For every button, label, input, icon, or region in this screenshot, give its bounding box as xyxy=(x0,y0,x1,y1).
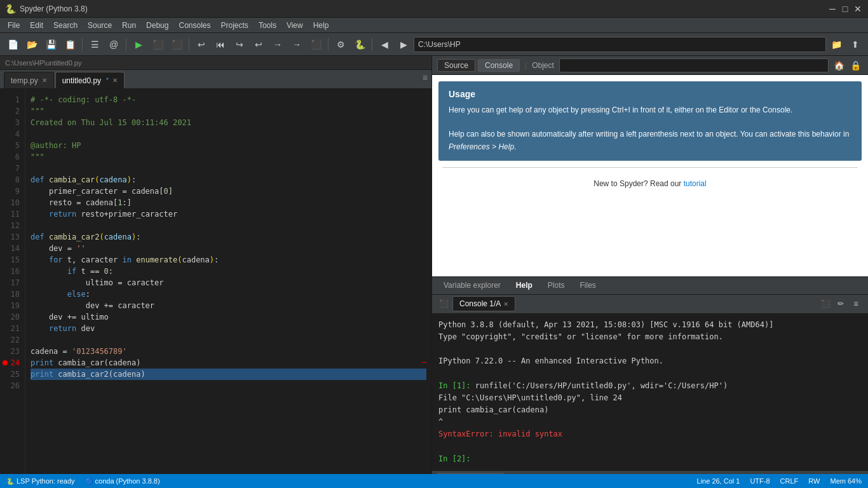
status-right: Line 26, Col 1 UTF-8 CRLF RW Mem 64% xyxy=(697,477,862,485)
run-button[interactable]: ▶ xyxy=(130,36,147,53)
menu-consoles[interactable]: Consoles xyxy=(173,20,215,31)
menu-source[interactable]: Source xyxy=(83,20,117,31)
app-title: Spyder (Python 3.8) xyxy=(20,4,88,13)
line-num-1: 1 xyxy=(0,94,25,105)
help-toolbar: Source Console | Object 🏠 🔒 xyxy=(432,56,868,75)
console-tab-close[interactable]: ✕ xyxy=(503,301,508,308)
lsp-status: 🐍 LSP Python: ready xyxy=(6,477,75,485)
console-menu-button[interactable]: ≡ xyxy=(849,297,863,311)
line-num-19: 19 xyxy=(0,300,25,311)
console-button[interactable]: Console xyxy=(478,59,520,72)
menu-view[interactable]: View xyxy=(281,20,308,31)
code-line-7 xyxy=(31,163,426,174)
editor-tab-untitled-close[interactable]: ✕ xyxy=(112,77,118,84)
line-num-6: 6 xyxy=(0,151,25,163)
at-button[interactable]: @ xyxy=(105,36,123,53)
tutorial-link[interactable]: tutorial xyxy=(684,179,707,188)
editor-tab-untitled[interactable]: untitled0.py * ✕ xyxy=(55,72,125,88)
first-button[interactable]: ⏮ xyxy=(212,36,229,53)
console-line-6: In [1]: runfile('C:/Users/HP/untitled0.p… xyxy=(438,380,862,392)
help-sep: | xyxy=(525,61,527,70)
separator-5 xyxy=(372,38,372,51)
menu-file[interactable]: File xyxy=(3,20,25,31)
step-over-button[interactable]: ↩ xyxy=(250,36,268,53)
files-tab[interactable]: Files xyxy=(574,278,602,292)
menu-bar: FileEditSearchSourceRunDebugConsolesProj… xyxy=(0,18,868,33)
run-selection-button[interactable]: ⬛ xyxy=(149,36,166,53)
step-into-button[interactable]: ↪ xyxy=(231,36,248,53)
menu-tools[interactable]: Tools xyxy=(254,20,281,31)
lsp-status-text: LSP Python: ready xyxy=(17,477,75,485)
object-label: Object xyxy=(532,61,554,70)
maximize-button[interactable]: □ xyxy=(840,4,850,14)
new-file-button[interactable]: 📄 xyxy=(4,36,22,53)
source-button[interactable]: Source xyxy=(437,59,475,72)
code-editor[interactable]: # -*- coding: utf-8 -*- """ Created on T… xyxy=(25,89,431,488)
help-action-buttons: 🏠 🔒 xyxy=(831,58,863,73)
code-line-24: print cambia_car(cadena)─ xyxy=(31,357,426,369)
line-num-2: 2 xyxy=(0,105,25,117)
line-num-14: 14 xyxy=(0,243,25,254)
plots-tab[interactable]: Plots xyxy=(541,278,571,292)
line-num-15: 15 xyxy=(0,254,25,266)
variable-explorer-tab[interactable]: Variable explorer xyxy=(437,278,507,292)
console-edit-button[interactable]: ✏ xyxy=(834,297,848,311)
spyder-settings-button[interactable]: ⚙ xyxy=(332,36,349,53)
menu-help[interactable]: Help xyxy=(308,20,334,31)
toolbar: 📄 📂 💾 📋 ☰ @ ▶ ⬛ ⬛ ↩ ⏮ ↪ ↩ → → ⬛ ⚙ 🐍 ◀ ▶ … xyxy=(0,33,868,56)
navigate-up-button[interactable]: ⬆ xyxy=(846,36,864,53)
stop-button[interactable]: ⬛ xyxy=(168,36,186,53)
stop-debug-button[interactable]: ⬛ xyxy=(307,36,325,53)
line-numbers: 1 2 3 4 5 6 7 8 9 10 11 12 13 14 15 16 1… xyxy=(0,89,25,488)
browse-button[interactable]: 📁 xyxy=(827,36,845,53)
modified-indicator: * xyxy=(106,77,109,84)
console-tab-bar: ⬛ Console 1/A ✕ ⬛ ✏ ≡ xyxy=(432,295,868,314)
line-num-16: 16 xyxy=(0,266,25,277)
editor-tab-temp-close[interactable]: ✕ xyxy=(42,77,47,84)
conda-status: 🔵 conda (Python 3.8.8) xyxy=(85,477,160,485)
separator-2 xyxy=(126,38,126,51)
console-output[interactable]: Python 3.8.8 (default, Apr 13 2021, 15:0… xyxy=(432,314,868,470)
code-line-9: primer_caracter = cadena[0] xyxy=(31,186,426,197)
line-num-26: 26 xyxy=(0,380,25,391)
object-input[interactable] xyxy=(559,58,829,72)
outline-button[interactable]: ☰ xyxy=(86,36,104,53)
nav-forward-button[interactable]: ▶ xyxy=(395,36,412,53)
tabs-menu-button[interactable]: ≡ xyxy=(423,72,428,83)
menu-search[interactable]: Search xyxy=(48,20,83,31)
continue-button[interactable]: → xyxy=(288,36,306,53)
console-line-2: Type "copyright", "credits" or "license"… xyxy=(438,331,862,343)
menu-debug[interactable]: Debug xyxy=(141,20,173,31)
close-button[interactable]: ✕ xyxy=(853,4,863,14)
save-all-button[interactable]: 📋 xyxy=(61,36,79,53)
editor-tab-bar: temp.py ✕ untitled0.py * ✕ ≡ xyxy=(0,70,431,89)
step-out-button[interactable]: → xyxy=(269,36,287,53)
console-undock-button[interactable]: ⬛ xyxy=(437,297,450,310)
help-tab[interactable]: Help xyxy=(510,278,539,292)
address-input[interactable] xyxy=(414,37,826,52)
code-line-8: def cambia_car(cadena): xyxy=(31,174,426,186)
lock-button[interactable]: 🔒 xyxy=(848,58,863,73)
rw-status: RW xyxy=(808,477,820,485)
console-1a-tab[interactable]: Console 1/A ✕ xyxy=(452,296,515,311)
menu-edit[interactable]: Edit xyxy=(25,20,48,31)
code-line-15: for t, caracter in enumerate(cadena): xyxy=(31,254,426,266)
line-num-21: 21 xyxy=(0,323,25,334)
editor-tab-temp[interactable]: temp.py ✕ xyxy=(4,72,54,88)
restart-button[interactable]: ↩ xyxy=(193,36,210,53)
right-panel: Source Console | Object 🏠 🔒 Usage Here y… xyxy=(432,56,868,488)
code-line-14: dev = '' xyxy=(31,243,426,254)
menu-projects[interactable]: Projects xyxy=(216,20,254,31)
minimize-button[interactable]: ─ xyxy=(827,4,837,14)
console-stop-button[interactable]: ⬛ xyxy=(818,297,832,311)
save-file-button[interactable]: 💾 xyxy=(42,36,60,53)
python-path-button[interactable]: 🐍 xyxy=(351,36,369,53)
line-num-12: 12 xyxy=(0,220,25,231)
menu-run[interactable]: Run xyxy=(117,20,141,31)
nav-back-button[interactable]: ◀ xyxy=(376,36,393,53)
open-file-button[interactable]: 📂 xyxy=(23,36,41,53)
code-line-5: @author: HP xyxy=(31,140,426,151)
breadcrumb: C:\Users\HP\untitled0.py xyxy=(0,56,431,70)
home-button[interactable]: 🏠 xyxy=(831,58,846,73)
line-num-3: 3 xyxy=(0,117,25,128)
